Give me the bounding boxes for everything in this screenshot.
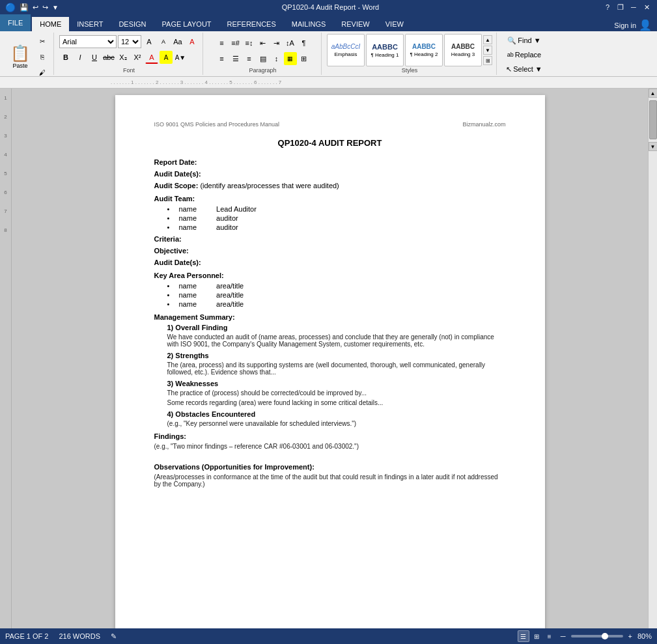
tab-review[interactable]: REVIEW xyxy=(333,17,377,31)
minimize-button[interactable]: ─ xyxy=(628,3,639,12)
tab-design[interactable]: DESIGN xyxy=(111,17,154,31)
restore-button[interactable]: ❐ xyxy=(615,3,626,12)
document-area[interactable]: ISO 9001 QMS Policies and Procedures Man… xyxy=(12,89,648,628)
quick-undo[interactable]: ↩ xyxy=(33,3,38,12)
tab-references[interactable]: REFERENCES xyxy=(219,17,284,31)
zoom-slider[interactable] xyxy=(571,635,623,637)
auditor-name-2: name xyxy=(179,214,197,222)
report-date-field[interactable]: Report Date: xyxy=(154,158,506,166)
header-right: Bizmanualz.com xyxy=(462,121,505,128)
quick-save[interactable]: 💾 xyxy=(20,3,29,12)
align-right-button[interactable]: ≡ xyxy=(243,52,256,65)
strikethrough-button[interactable]: abc xyxy=(102,51,115,64)
tab-mailings[interactable]: MAILINGS xyxy=(284,17,334,31)
audit-team-item-1: • name Lead Auditor xyxy=(167,205,506,213)
replace-button[interactable]: ab Replace xyxy=(504,48,544,61)
scroll-thumb[interactable] xyxy=(649,100,657,139)
find-button[interactable]: 🔍 Find ▼ xyxy=(504,34,544,47)
multilevel-button[interactable]: ≡↕ xyxy=(243,36,256,49)
status-bar: PAGE 1 OF 2 216 WORDS ✎ ☰ ⊞ ≡ ─ + 80% xyxy=(0,628,657,644)
tab-view[interactable]: VIEW xyxy=(378,17,412,31)
highlight-button[interactable]: A xyxy=(160,51,173,64)
align-left-button[interactable]: ≡ xyxy=(216,52,229,65)
document[interactable]: ISO 9001 QMS Policies and Procedures Man… xyxy=(115,95,545,628)
criteria-field[interactable]: Criteria: xyxy=(154,235,506,243)
increase-font-button[interactable]: A xyxy=(143,35,156,48)
cut-button[interactable]: ✂ xyxy=(35,34,49,48)
decrease-indent-button[interactable]: ⇤ xyxy=(257,36,270,49)
key-personnel-item-2: • name area/title xyxy=(167,291,506,299)
select-button[interactable]: ↖ Select ▼ xyxy=(503,63,546,76)
decrease-font-button[interactable]: A xyxy=(157,35,170,48)
audit-dates-field[interactable]: Audit Date(s): xyxy=(154,170,506,178)
paste-button[interactable]: 📋 Paste xyxy=(7,41,34,72)
justify-button[interactable]: ▤ xyxy=(257,52,270,65)
font-family-select[interactable]: Arial xyxy=(59,35,117,48)
auditor-name-3: name xyxy=(179,223,197,231)
audit-scope-field[interactable]: Audit Scope: (identify areas/processes t… xyxy=(154,182,506,189)
change-case-button[interactable]: Aa xyxy=(171,35,184,48)
bullets-button[interactable]: ≡ xyxy=(216,36,229,49)
styles-scroll-down[interactable]: ▼ xyxy=(483,46,492,55)
view-mode-buttons: ☰ ⊞ ≡ xyxy=(518,630,555,642)
view-web-button[interactable]: ≡ xyxy=(544,630,555,642)
heading2-style-item[interactable]: AABBC ¶ Heading 2 xyxy=(405,34,443,66)
line-spacing-button[interactable]: ↕ xyxy=(270,52,283,65)
clear-format-button[interactable]: A xyxy=(186,35,199,48)
tab-insert[interactable]: INSERT xyxy=(69,17,111,31)
quick-customize[interactable]: ▼ xyxy=(52,4,59,11)
shading-para-button[interactable]: ▦ xyxy=(284,52,297,65)
objective-field[interactable]: Objective: xyxy=(154,247,506,255)
superscript-button[interactable]: X² xyxy=(131,51,144,64)
weaknesses-title: 3) Weaknesses xyxy=(167,380,506,387)
sign-in-button[interactable]: Sign in 👤 xyxy=(614,19,652,31)
help-button[interactable]: ? xyxy=(602,3,613,12)
view-full-button[interactable]: ⊞ xyxy=(531,630,542,642)
styles-scroll-up[interactable]: ▲ xyxy=(483,35,492,44)
scroll-up-button[interactable]: ▲ xyxy=(649,89,658,98)
italic-button[interactable]: I xyxy=(74,51,87,64)
heading1-style-item[interactable]: AABBC ¶ Heading 1 xyxy=(366,34,404,66)
objective-label: Objective: xyxy=(154,247,189,255)
audit-dates-label: Audit Date(s): xyxy=(154,170,201,178)
view-print-button[interactable]: ☰ xyxy=(518,630,529,642)
tab-file[interactable]: FILE xyxy=(0,14,31,31)
zoom-minus-icon[interactable]: ─ xyxy=(561,632,566,640)
zoom-thumb xyxy=(602,633,608,639)
shading-button[interactable]: A▼ xyxy=(174,51,187,64)
font-color-button[interactable]: A xyxy=(145,51,158,64)
borders-button[interactable]: ⊞ xyxy=(298,52,311,65)
copy-button[interactable]: ⎘ xyxy=(35,49,49,64)
doc-title[interactable]: QP1020-4 AUDIT REPORT xyxy=(154,138,506,148)
findings-body: (e.g., "Two minor findings – reference C… xyxy=(154,443,506,450)
emphasis-style-item[interactable]: aAbBcCcI Emphasis xyxy=(327,34,365,66)
audit-date2-field[interactable]: Audit Date(s): xyxy=(154,259,506,266)
bold-button[interactable]: B xyxy=(59,51,72,64)
sort-button[interactable]: ↕A xyxy=(284,36,297,49)
styles-more[interactable]: ⊞ xyxy=(483,56,492,65)
font-size-select[interactable]: 12 xyxy=(118,35,141,48)
increase-indent-button[interactable]: ⇥ xyxy=(270,36,283,49)
main-area: 1 2 3 4 5 6 7 8 ISO 9001 QMS Policies an… xyxy=(0,89,657,628)
close-button[interactable]: ✕ xyxy=(641,3,652,12)
key-personnel-label: Key Area Personnel: xyxy=(154,272,506,279)
scroll-down-button[interactable]: ▼ xyxy=(649,142,658,151)
numbering-button[interactable]: ≡# xyxy=(229,36,242,49)
align-center-button[interactable]: ☰ xyxy=(229,52,242,65)
personnel-role-1: area/title xyxy=(216,282,244,290)
title-bar: 🔵 💾 ↩ ↪ ▼ QP1020-4 Audit Report - Word ?… xyxy=(0,0,657,14)
quick-redo[interactable]: ↪ xyxy=(42,3,48,12)
edit-icon: ✎ xyxy=(111,632,117,641)
select-icon: ↖ xyxy=(506,65,512,74)
heading3-style-item[interactable]: AABBC Heading 3 xyxy=(444,34,482,66)
zoom-plus-icon[interactable]: + xyxy=(628,632,632,640)
styles-gallery: aAbBcCcI Emphasis AABBC ¶ Heading 1 AABB… xyxy=(327,34,482,66)
show-hide-button[interactable]: ¶ xyxy=(298,36,311,49)
tab-home[interactable]: HOME xyxy=(32,17,69,31)
replace-icon: ab xyxy=(507,51,514,58)
tab-page-layout[interactable]: PAGE LAYOUT xyxy=(154,17,219,31)
underline-button[interactable]: U xyxy=(88,51,101,64)
vertical-scrollbar[interactable]: ▲ ▼ xyxy=(648,89,657,628)
subscript-button[interactable]: X₂ xyxy=(117,51,130,64)
auditor-role-3: auditor xyxy=(216,223,238,231)
